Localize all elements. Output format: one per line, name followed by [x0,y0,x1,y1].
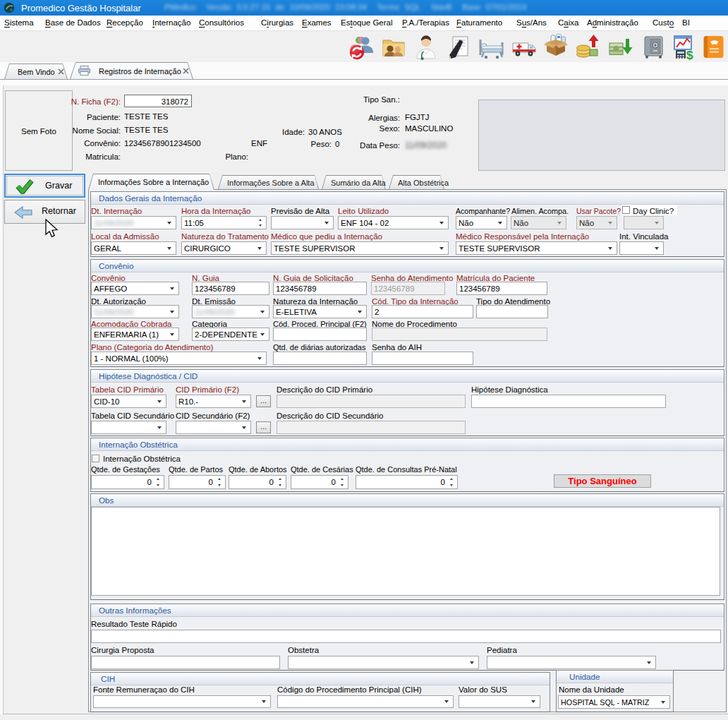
svg-text:$: $ [686,49,693,61]
